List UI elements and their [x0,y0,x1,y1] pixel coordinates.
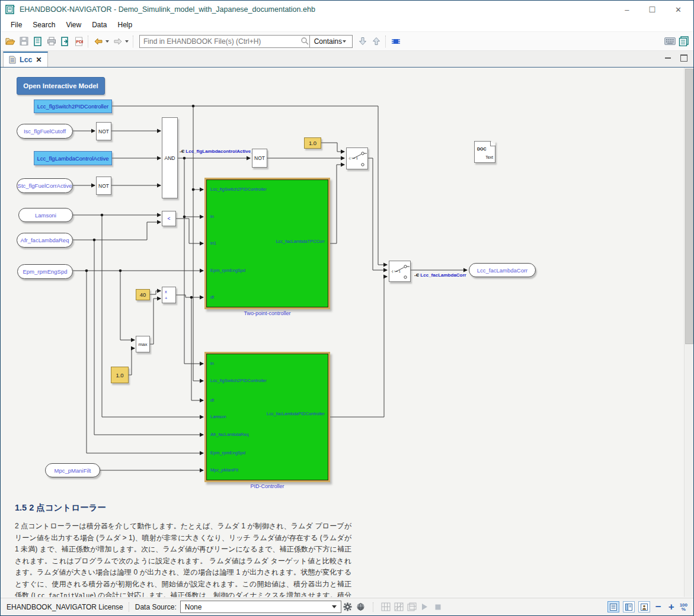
split-view-button[interactable] [623,601,635,612]
menu-help[interactable]: Help [113,20,138,30]
data-source-label: Data Source: [135,603,177,611]
app-logo-icon [5,5,15,15]
block-lcc-flglambdacontrolactive[interactable]: Lcc_flgLambdaControlActive [34,151,112,165]
less-than-block[interactable]: < [162,211,176,226]
doc-text-block[interactable]: DOC Text [474,141,495,163]
content-area: Open Interactive Model Lcc_flgSwitch2PID… [1,68,693,597]
pid-input-port-label: Lcc_flgSwitch2PIDController [210,378,267,383]
caret-down-icon [332,605,337,608]
measurement-icon: -Є [414,272,419,278]
play-button[interactable] [418,601,431,614]
forward-history-dropdown[interactable] [125,40,129,43]
tpc-block[interactable]: Lcc_facLambdaTPCCorr Lcc_flgSwitch2PIDCo… [204,178,330,309]
signal-label-lambdacontrolactive[interactable]: -ЄLcc_flgLambdacontrolActive_1 [180,149,256,154]
constant-40[interactable]: 40 [136,289,150,300]
ebook-info-button[interactable] [31,34,44,48]
scrollbar-thumb[interactable] [685,69,693,344]
tab-close-icon[interactable]: ✕ [36,56,42,64]
search-mode-dropdown[interactable]: Contains [309,36,352,47]
minimize-view-icon[interactable] [665,57,671,61]
search-next-button[interactable] [356,34,369,48]
model-overview-button[interactable] [389,34,402,48]
menu-view[interactable]: View [60,20,87,30]
pdf-export-button[interactable]: PDF [72,34,85,48]
license-label: EHANDBOOK_NAVIGATOR License [7,603,123,611]
data-source-select[interactable]: None [180,601,341,613]
calibration-table-button[interactable] [405,601,418,614]
zoom-out-button[interactable]: − [654,601,663,613]
mul-add-block[interactable]: x + [162,287,176,303]
constant-1-0-b[interactable]: 1.0 [111,367,129,383]
calibration-map-2-button[interactable] [392,601,405,614]
menu-search[interactable]: Search [27,20,60,30]
tpc-input-port-label: in1 [210,240,216,246]
documentation-section: 1.5 2 点コントローラー 2 点コントローラーは積分器を介して動作します。た… [1,493,676,597]
title-bar: EHANDBOOK-NAVIGATOR - Demo_Simulink_mode… [1,1,693,18]
app-window: EHANDBOOK-NAVIGATOR - Demo_Simulink_mode… [0,0,694,616]
open-file-button[interactable] [4,34,17,48]
data-source-settings-button[interactable] [341,601,354,614]
vertical-scrollbar[interactable] [684,68,693,597]
inport-isc-flgfuelcutoff[interactable]: Isc_flgFuelCutoff [17,124,73,139]
menu-file[interactable]: File [5,20,27,30]
menu-data[interactable]: Data [87,20,112,30]
not-block-2[interactable]: NOT [96,177,111,195]
navigate-forward-button[interactable] [111,34,124,48]
switch-block-2[interactable]: -| >= 1 [389,261,411,282]
status-bar: EHANDBOOK_NAVIGATOR License Data Source:… [1,598,693,615]
window-close-button[interactable]: ✕ [675,5,682,14]
signal-label-faclambdacorr[interactable]: -ЄLcc_facLambdaCorr [414,272,466,278]
maximize-view-icon[interactable] [680,54,687,62]
outport-lcc-faclambdacorr[interactable]: Lcc_facLambdaCorr [469,263,536,277]
stop-button[interactable] [431,601,444,614]
not-block-1[interactable]: NOT [96,122,111,140]
search-previous-button[interactable] [369,34,383,48]
reader-view-button[interactable] [638,601,650,612]
switch-block-1[interactable]: -| >= 1 [346,147,368,169]
zoom-in-button[interactable]: + [667,601,676,613]
export-ebook-button[interactable] [58,34,72,48]
toolbar: PDF Contains [1,31,693,51]
print-button[interactable] [44,34,58,48]
window-maximize-button[interactable]: ☐ [648,5,655,14]
window-minimize-button[interactable]: – [625,5,629,14]
search-icon [300,37,309,46]
menu-bar: File Search View Data Help [1,18,693,31]
tpc-input-port-label: in [210,214,214,219]
tab-lcc[interactable]: Lcc ✕ [3,52,48,67]
tpc-caption: Two-point-controller [204,310,330,316]
zoom-reset-button[interactable]: 100% [680,603,687,611]
constant-1-0[interactable]: 1.0 [304,137,321,149]
shortcuts-keyboard-button[interactable] [663,34,677,48]
calibration-map-1-button[interactable] [379,601,392,614]
pid-caption: PID-Controller [204,483,330,489]
plus-port-label: + [165,296,167,301]
doc-paragraph: 2 点コントローラーは積分器を介して動作します。たとえば、ラムダ 1 が制御され… [15,521,351,597]
inport-stc-flgfuelcorractive[interactable]: Stc_flgFuelCorrActive [17,178,73,193]
block-lcc-flgswitch2pidcontroller[interactable]: Lcc_flgSwitch2PIDController [34,100,112,113]
inport-afr-faclambdareq[interactable]: Afr_facLambdaReq [17,233,73,248]
inport-epm-rpmengspd[interactable]: Epm_rpmEngSpd [17,264,73,279]
not-block-3[interactable]: NOT [252,149,267,168]
ebook-library-button[interactable] [677,34,690,48]
tpc-input-port-label: dt [210,294,214,300]
pid-input-port-label: Afr_facLambdaReq [210,432,249,437]
tpc-input-port-label: Epm_rpmEngSpd [210,268,245,273]
pid-input-port-label: dt [210,397,214,403]
svg-text:PDF: PDF [76,39,83,44]
tpc-input-port-label: Lcc_flgSwitch2PIDController [210,187,267,192]
back-history-dropdown[interactable] [105,40,109,43]
search-input[interactable] [140,37,300,46]
max-block[interactable]: max [136,336,150,352]
open-interactive-model-button[interactable]: Open Interactive Model [17,77,105,95]
and-block[interactable]: AND [162,117,178,198]
save-button[interactable] [17,34,31,48]
single-page-view-button[interactable] [607,601,619,612]
inport-mpc-pmanifilt[interactable]: Mpc_pManiFilt [45,463,100,477]
pid-block[interactable]: Lcc_facLambdaPIDController inLcc_flgSwit… [204,352,330,482]
pid-output-port-label: Lcc_facLambdaPIDController [267,411,325,416]
global-search-box: Contains [139,35,353,48]
inport-lamsoni[interactable]: Lamsoni [18,208,73,222]
navigate-back-button[interactable] [91,34,105,48]
data-source-connect-button[interactable] [354,601,367,614]
